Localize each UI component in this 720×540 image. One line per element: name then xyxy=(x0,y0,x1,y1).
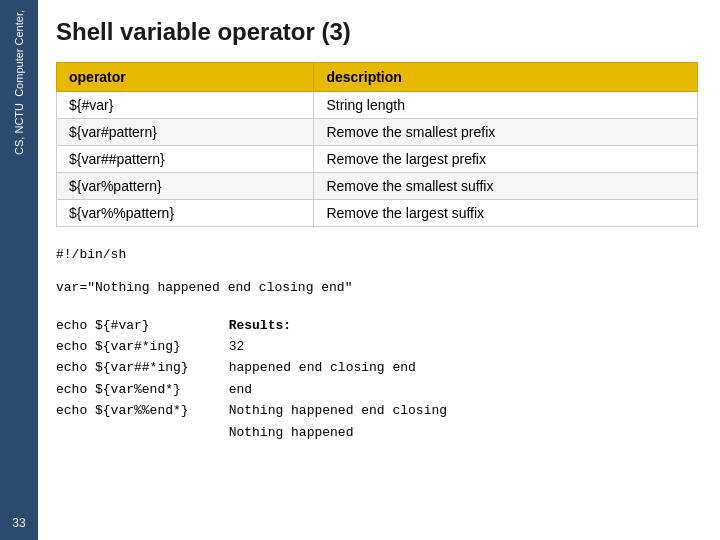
result-line: end xyxy=(229,379,447,400)
sidebar-sublabel: CS, NCTU xyxy=(12,103,26,155)
page-title: Shell variable operator (3) xyxy=(56,18,698,46)
echo-line: echo ${var##*ing} xyxy=(56,357,189,378)
sidebar-label: Computer Center, xyxy=(12,10,26,97)
sidebar: Computer Center, CS, NCTU 33 xyxy=(0,0,38,540)
main-content: Shell variable operator (3) operator des… xyxy=(38,0,720,540)
col-header-operator: operator xyxy=(57,63,314,92)
result-line: Nothing happened xyxy=(229,422,447,443)
code-shebang: #!/bin/sh xyxy=(56,245,698,266)
description-cell: String length xyxy=(314,92,698,119)
operator-cell: ${var#pattern} xyxy=(57,119,314,146)
results-label: Results: xyxy=(229,315,447,336)
code-section: echo ${#var}echo ${var#*ing}echo ${var##… xyxy=(56,315,698,444)
description-cell: Remove the largest prefix xyxy=(314,146,698,173)
operator-cell: ${var%%pattern} xyxy=(57,200,314,227)
echo-line: echo ${var%end*} xyxy=(56,379,189,400)
operator-cell: ${var%pattern} xyxy=(57,173,314,200)
echo-line: echo ${var%%end*} xyxy=(56,400,189,421)
result-line: Nothing happened end closing xyxy=(229,400,447,421)
result-line: happened end closing end xyxy=(229,357,447,378)
code-var-assign: var="Nothing happened end closing end" xyxy=(56,278,698,299)
echo-line: echo ${#var} xyxy=(56,315,189,336)
table-row: ${var%pattern}Remove the smallest suffix xyxy=(57,173,698,200)
table-row: ${var##pattern}Remove the largest prefix xyxy=(57,146,698,173)
code-right: Results:32happened end closing endendNot… xyxy=(229,315,447,444)
operators-table: operator description ${#var}String lengt… xyxy=(56,62,698,227)
description-cell: Remove the largest suffix xyxy=(314,200,698,227)
col-header-description: description xyxy=(314,63,698,92)
code-left: echo ${#var}echo ${var#*ing}echo ${var##… xyxy=(56,315,189,444)
page-number: 33 xyxy=(12,516,25,530)
table-row: ${#var}String length xyxy=(57,92,698,119)
description-cell: Remove the smallest suffix xyxy=(314,173,698,200)
description-cell: Remove the smallest prefix xyxy=(314,119,698,146)
result-line: 32 xyxy=(229,336,447,357)
operator-cell: ${var##pattern} xyxy=(57,146,314,173)
table-row: ${var%%pattern}Remove the largest suffix xyxy=(57,200,698,227)
operator-cell: ${#var} xyxy=(57,92,314,119)
table-row: ${var#pattern}Remove the smallest prefix xyxy=(57,119,698,146)
echo-line: echo ${var#*ing} xyxy=(56,336,189,357)
